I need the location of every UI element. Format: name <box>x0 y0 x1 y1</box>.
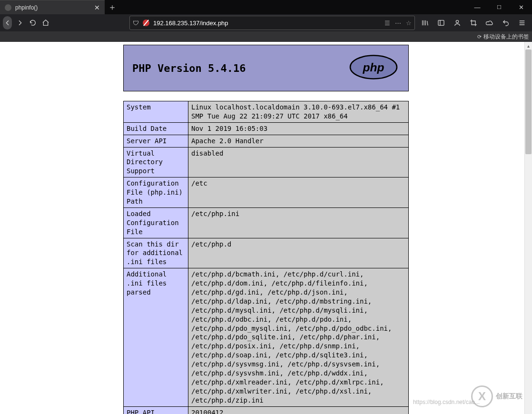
minimize-button[interactable]: — <box>466 0 488 14</box>
bookmark-bar-label[interactable]: 移动设备上的书签 <box>483 33 529 41</box>
bookmark-bar: ⟳ 移动设备上的书签 <box>0 31 532 42</box>
mobile-bookmarks-icon: ⟳ <box>477 34 482 40</box>
phpinfo-key: Loaded Configuration File <box>124 207 188 238</box>
url-actions: ☰ ⋯ ☆ <box>384 20 412 27</box>
bookmark-star-icon[interactable]: ☆ <box>406 20 412 27</box>
page-actions-icon[interactable]: ⋯ <box>395 20 401 27</box>
phpinfo-value: /etc/php.d/bcmath.ini, /etc/php.d/curl.i… <box>188 268 409 406</box>
phpinfo-value: /etc <box>188 177 409 208</box>
undo-button[interactable] <box>499 16 513 30</box>
phpinfo-value: Nov 1 2019 16:05:03 <box>188 122 409 135</box>
table-row: Virtual Directory Supportdisabled <box>124 147 409 177</box>
close-window-button[interactable]: ✕ <box>510 0 532 14</box>
person-icon <box>453 19 461 27</box>
phpinfo-value: Apache 2.0 Handler <box>188 135 409 147</box>
phpinfo-key: Scan this dir for additional .ini files <box>124 238 188 268</box>
nav-toolbar: 🛡 192.168.235.137/index.php ☰ ⋯ ☆ <box>0 14 532 31</box>
phpinfo-value: /etc/php.d <box>188 238 409 268</box>
library-button[interactable] <box>418 16 432 30</box>
reload-button[interactable] <box>28 16 38 30</box>
scrollbar-thumb[interactable] <box>525 49 532 154</box>
table-row: Loaded Configuration File/etc/php.ini <box>124 207 409 238</box>
watermark-url: https://blog.csdn.net/cao... <box>413 399 480 405</box>
hamburger-icon <box>518 19 526 27</box>
new-tab-button[interactable]: ＋ <box>105 0 120 14</box>
svg-rect-0 <box>438 20 444 26</box>
home-button[interactable] <box>40 16 50 30</box>
phpinfo-value: 20100412 <box>188 406 409 414</box>
tab-active[interactable]: phpinfo() ✕ <box>0 0 105 14</box>
arrow-right-icon <box>16 19 24 27</box>
phpinfo-key: Server API <box>124 135 188 147</box>
page-viewport: ▴ PHP Version 5.4.16 php SystemLinux loc… <box>0 42 532 414</box>
phpinfo-key: PHP API <box>124 406 188 414</box>
phpinfo-key: Configuration File (php.ini) Path <box>124 177 188 208</box>
table-row: Server APIApache 2.0 Handler <box>124 135 409 147</box>
phpinfo-value: disabled <box>188 147 409 177</box>
reload-icon <box>29 19 37 27</box>
phpinfo-key: Build Date <box>124 122 188 135</box>
php-version-title: PHP Version 5.4.16 <box>132 62 246 74</box>
php-logo-icon: php <box>347 54 400 82</box>
scrollbar-up-icon[interactable]: ▴ <box>525 42 532 49</box>
phpinfo-key: Virtual Directory Support <box>124 147 188 177</box>
watermark-brand-text: 创新互联 <box>496 392 522 401</box>
phpinfo-table: SystemLinux localhost.localdomain 3.10.0… <box>123 101 409 414</box>
cloud-icon <box>486 19 493 27</box>
address-bar[interactable]: 🛡 192.168.235.137/index.php ☰ ⋯ ☆ <box>129 16 415 30</box>
table-row: PHP API20100412 <box>124 406 409 414</box>
undo-icon <box>502 19 510 27</box>
url-text: 192.168.235.137/index.php <box>153 20 228 27</box>
phpinfo-page: PHP Version 5.4.16 php SystemLinux local… <box>123 42 409 414</box>
hamburger-menu-button[interactable] <box>515 16 529 30</box>
sidebar-button[interactable] <box>434 16 448 30</box>
table-row: Build DateNov 1 2019 16:05:03 <box>124 122 409 135</box>
watermark-brand-icon: X <box>471 385 493 407</box>
phpinfo-value: Linux localhost.localdomain 3.10.0-693.e… <box>188 101 409 123</box>
table-row: Scan this dir for additional .ini files/… <box>124 238 409 268</box>
arrow-left-icon <box>4 19 11 27</box>
svg-text:php: php <box>363 61 384 74</box>
forward-button[interactable] <box>15 16 25 30</box>
library-icon <box>421 19 429 27</box>
vertical-scrollbar[interactable]: ▴ <box>524 42 532 414</box>
reader-mode-icon[interactable]: ☰ <box>384 20 390 27</box>
table-row: Additional .ini files parsed/etc/php.d/b… <box>124 268 409 406</box>
browser-chrome: phpinfo() ✕ ＋ — ☐ ✕ 🛡 192.168.235.137/in… <box>0 0 532 42</box>
phpinfo-value: /etc/php.ini <box>188 207 409 238</box>
table-row: SystemLinux localhost.localdomain 3.10.0… <box>124 101 409 123</box>
tab-title: phpinfo() <box>15 4 38 11</box>
site-identity-icon <box>143 20 149 26</box>
watermark-brand: X 创新互联 <box>471 385 522 407</box>
chat-button[interactable] <box>483 16 497 30</box>
crop-icon <box>470 19 477 27</box>
php-version-header: PHP Version 5.4.16 php <box>123 45 409 91</box>
shield-icon: 🛡 <box>133 20 139 27</box>
table-row: Configuration File (php.ini) Path/etc <box>124 177 409 208</box>
home-icon <box>42 19 49 27</box>
maximize-button[interactable]: ☐ <box>488 0 510 14</box>
crop-button[interactable] <box>466 16 481 30</box>
account-button[interactable] <box>450 16 464 30</box>
phpinfo-key: Additional .ini files parsed <box>124 268 188 406</box>
window-controls: — ☐ ✕ <box>466 0 532 14</box>
sidebar-icon <box>437 19 445 27</box>
tab-favicon <box>5 4 11 11</box>
phpinfo-key: System <box>124 101 188 123</box>
tab-strip: phpinfo() ✕ ＋ — ☐ ✕ <box>0 0 532 14</box>
svg-point-1 <box>456 20 458 23</box>
back-button[interactable] <box>3 16 12 30</box>
close-icon[interactable]: ✕ <box>94 4 100 11</box>
